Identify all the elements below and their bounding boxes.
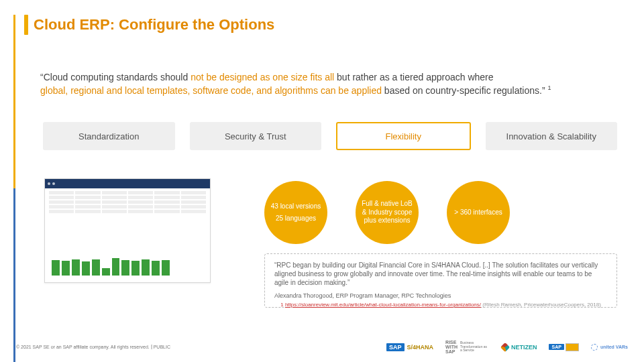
quote-pre: “Cloud computing standards should	[40, 72, 191, 82]
accent-stripe	[13, 15, 15, 362]
logo-rise-with-sap: RISE WITH SAP Business Transformation as…	[445, 340, 490, 354]
quote-accent-2: global, regional and local templates, so…	[40, 85, 382, 96]
rise-line2: WITH	[445, 345, 458, 349]
option-tabs: Standardization Security & Trust Flexibi…	[43, 122, 617, 150]
circle-text-1b: 25 languages	[276, 215, 316, 223]
footer-logos: SAP S/4HANA RISE WITH SAP Business Trans…	[386, 340, 628, 354]
title-bar	[24, 15, 28, 35]
rise-line3: SAP	[445, 349, 458, 354]
product-screenshot	[44, 178, 211, 283]
testimonial-body: “RPC began by building our Digital Finan…	[274, 261, 607, 287]
cert-badge-icon	[566, 343, 579, 351]
testimonial-attribution: Alexandra Thorogood, ERP Program Manager…	[274, 292, 607, 300]
rise-subtitle: Business Transformation as a Service	[460, 341, 490, 353]
united-vars-text: united VARs	[600, 345, 628, 349]
footer: © 2021 SAP SE or an SAP affiliate compan…	[16, 340, 628, 354]
logo-sap-certified: SAP	[549, 343, 578, 351]
citation-link[interactable]: https://sloanreview.mit.edu/article/what…	[285, 302, 481, 308]
screenshot-dot-icon	[48, 182, 50, 185]
s4hana-text: S/4HANA	[407, 344, 434, 351]
logo-united-vars: united VARs	[591, 344, 628, 351]
netizen-icon	[500, 342, 510, 351]
quote-mid: but rather as a tiered approach where	[334, 72, 493, 82]
screenshot-header	[45, 179, 210, 188]
citation: 1 https://sloanreview.mit.edu/article/wh…	[264, 302, 617, 308]
quote-sup: 1	[547, 84, 551, 91]
circle-text-1a: 43 local versions	[271, 202, 321, 211]
screenshot-barchart	[52, 250, 170, 276]
tab-flexibility[interactable]: Flexibility	[336, 122, 471, 150]
citation-tail: (Ritesh Ramesh, PricewaterhouseCoopers, …	[482, 302, 601, 308]
sap-small-icon: SAP	[549, 344, 564, 350]
testimonial-box: “RPC began by building our Digital Finan…	[264, 253, 617, 308]
circle-interfaces: > 360 interfaces	[447, 181, 510, 244]
headline-quote: “Cloud computing standards should not be…	[40, 71, 617, 97]
circle-text-2: Full & native LoB & Industry scope plus …	[361, 200, 413, 225]
united-vars-icon	[591, 344, 598, 351]
slide: Cloud ERP: Configure the Options “Cloud …	[0, 0, 644, 362]
tab-innovation-scalability[interactable]: Innovation & Scalability	[486, 122, 618, 150]
quote-post: based on country-specific regulations.”	[382, 85, 547, 96]
logo-sap-s4hana: SAP S/4HANA	[386, 343, 433, 351]
title-wrap: Cloud ERP: Configure the Options	[24, 15, 274, 35]
tab-security-trust[interactable]: Security & Trust	[190, 122, 322, 150]
logo-netizen: NETIZEN	[502, 344, 537, 351]
screenshot-body	[45, 188, 210, 217]
rise-line1: RISE	[445, 340, 458, 345]
screenshot-dot-icon	[52, 182, 55, 185]
copyright: © 2021 SAP SE or an SAP affiliate compan…	[16, 345, 170, 350]
stat-circles: 43 local versions 25 languages Full & na…	[264, 181, 510, 244]
circle-local-versions: 43 local versions 25 languages	[264, 181, 327, 244]
sap-icon: SAP	[386, 343, 405, 351]
page-title: Cloud ERP: Configure the Options	[34, 16, 274, 34]
tab-standardization[interactable]: Standardization	[43, 122, 175, 150]
citation-sup: 1	[280, 302, 283, 308]
netizen-text: NETIZEN	[511, 344, 537, 351]
circle-lob-industry: Full & native LoB & Industry scope plus …	[356, 181, 419, 244]
quote-accent-1: not be designed as one size fits all	[191, 72, 334, 82]
circle-text-3: > 360 interfaces	[454, 208, 502, 217]
